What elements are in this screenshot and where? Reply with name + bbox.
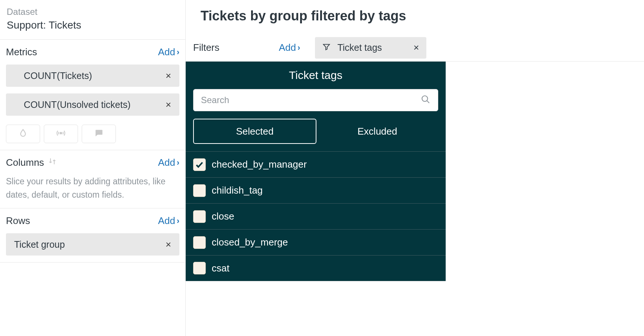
sidebar: Dataset Support: Tickets Metrics Add › C…: [0, 0, 186, 336]
tag-row[interactable]: closed_by_merge: [186, 229, 446, 255]
filters-add-button[interactable]: Add ›: [279, 42, 300, 53]
close-icon[interactable]: ×: [166, 239, 171, 250]
comment-icon-button[interactable]: [82, 125, 116, 143]
popover-title: Ticket tags: [186, 62, 446, 89]
metric-pill-label: COUNT(Unsolved tickets): [24, 99, 131, 110]
metrics-section: Metrics Add › COUNT(Tickets) × COUNT(Uns…: [0, 40, 185, 150]
drop-icon-button[interactable]: [6, 125, 40, 143]
columns-title-text: Columns: [6, 157, 44, 168]
tag-label: close: [212, 211, 234, 222]
rows-section: Rows Add › Ticket group ×: [0, 208, 185, 263]
tag-row[interactable]: checked_by_manager: [186, 151, 446, 177]
close-icon[interactable]: ×: [413, 42, 419, 53]
svg-point-1: [422, 96, 427, 101]
metrics-add-button[interactable]: Add ›: [158, 46, 179, 58]
add-label: Add: [158, 215, 175, 227]
dataset-label: Dataset: [7, 7, 179, 17]
row-pill-label: Ticket group: [14, 239, 65, 250]
filters-label: Filters: [193, 42, 219, 53]
checkbox[interactable]: [193, 210, 206, 223]
search-box[interactable]: [193, 89, 438, 111]
close-icon[interactable]: ×: [166, 70, 171, 82]
tag-row[interactable]: close: [186, 203, 446, 229]
tag-label: csat: [212, 263, 230, 274]
tag-label: closed_by_merge: [212, 237, 288, 248]
segmented-control: Selected Excluded: [193, 119, 438, 144]
metric-pill-tickets[interactable]: COUNT(Tickets) ×: [6, 65, 179, 87]
dataset-header: Dataset Support: Tickets: [0, 0, 185, 40]
columns-title: Columns: [6, 157, 57, 168]
filters-bar: Filters Add › Ticket tags ×: [186, 34, 644, 62]
tag-list: checked_by_managerchildish_tagcloseclose…: [186, 151, 446, 281]
title-bar: Tickets by group filtered by tags: [186, 0, 644, 34]
tag-row[interactable]: csat: [186, 255, 446, 281]
main-area: Tickets by group filtered by tags Filter…: [186, 0, 644, 336]
checkbox[interactable]: [193, 158, 206, 171]
search-icon: [421, 95, 430, 106]
rows-title: Rows: [6, 215, 30, 227]
metrics-title: Metrics: [6, 46, 37, 58]
search-input[interactable]: [201, 95, 421, 105]
metric-icon-row: [6, 125, 179, 143]
metric-pill-unsolved[interactable]: COUNT(Unsolved tickets) ×: [6, 93, 179, 116]
tag-row[interactable]: childish_tag: [186, 177, 446, 203]
tab-excluded[interactable]: Excluded: [316, 119, 438, 144]
broadcast-icon: [56, 128, 66, 139]
tag-label: childish_tag: [212, 185, 263, 196]
rows-add-button[interactable]: Add ›: [158, 215, 179, 227]
chevron-right-icon: ›: [177, 47, 179, 57]
dataset-name: Support: Tickets: [7, 19, 179, 31]
drop-icon: [18, 128, 28, 139]
columns-add-button[interactable]: Add ›: [158, 157, 179, 168]
filter-icon: [322, 42, 331, 53]
swap-icon[interactable]: [48, 157, 57, 168]
checkbox[interactable]: [193, 236, 206, 249]
svg-line-2: [427, 101, 429, 103]
chevron-right-icon: ›: [177, 158, 179, 168]
tab-selected[interactable]: Selected: [193, 119, 316, 144]
filter-chip-label: Ticket tags: [337, 42, 382, 53]
add-label: Add: [158, 46, 175, 58]
add-label: Add: [158, 157, 175, 168]
page-title: Tickets by group filtered by tags: [201, 8, 626, 24]
svg-point-0: [60, 132, 62, 134]
close-icon[interactable]: ×: [166, 99, 171, 111]
filter-chip-ticket-tags[interactable]: Ticket tags ×: [315, 37, 426, 59]
ticket-tags-popover: Ticket tags Selected Excluded checked_by…: [186, 62, 446, 281]
comment-icon: [94, 128, 104, 139]
chevron-right-icon: ›: [177, 216, 179, 226]
add-label: Add: [279, 42, 296, 53]
metric-pill-label: COUNT(Tickets): [24, 70, 92, 81]
broadcast-icon-button[interactable]: [44, 125, 78, 143]
checkbox[interactable]: [193, 184, 206, 197]
chevron-right-icon: ›: [297, 43, 300, 53]
row-pill-ticket-group[interactable]: Ticket group ×: [6, 233, 179, 256]
tag-label: checked_by_manager: [212, 159, 307, 170]
columns-section: Columns Add › Slice your results by addi…: [0, 150, 185, 208]
checkbox[interactable]: [193, 262, 206, 274]
columns-helper-text: Slice your results by adding attributes,…: [6, 175, 179, 201]
